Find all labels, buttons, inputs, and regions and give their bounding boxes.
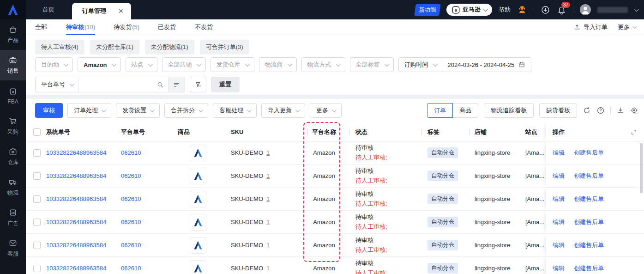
support-headset-icon[interactable] — [517, 5, 527, 15]
product-image[interactable] — [190, 214, 206, 231]
filter-store[interactable]: 全部店铺 — [162, 57, 206, 72]
sku-count-link[interactable]: 1 — [266, 242, 270, 249]
product-image[interactable] — [190, 260, 206, 274]
app-logo[interactable] — [0, 0, 26, 19]
order-process-dropdown[interactable]: 订单处理 — [67, 103, 111, 118]
column-settings-icon[interactable] — [630, 106, 638, 115]
shipping-settings-dropdown[interactable]: 发货设置 — [116, 103, 160, 118]
list-lines-icon[interactable] — [168, 77, 185, 92]
chip-pending-manual-audit[interactable]: 待人工审核(4) — [35, 40, 84, 55]
status-tab-all[interactable]: 全部 — [35, 19, 48, 35]
more-dropdown[interactable]: 更多 — [310, 103, 342, 118]
filter-carrier[interactable]: 物流商 — [259, 57, 297, 72]
platform-order-link[interactable]: 062610 — [121, 149, 141, 156]
sidebar-item-products[interactable]: 产品 — [0, 19, 26, 50]
time-field-select[interactable]: 订购时间 — [399, 58, 442, 72]
sidebar-item-sales[interactable]: SEL 销售 — [0, 50, 26, 80]
question-icon[interactable] — [596, 106, 605, 115]
sidebar-item-logistics[interactable]: 物流 — [0, 172, 26, 202]
sidebar-item-purchasing[interactable]: 采购 — [0, 111, 26, 141]
col-sku[interactable]: SKU — [228, 123, 306, 141]
chevron-down-icon[interactable] — [634, 7, 639, 12]
filter-site[interactable]: 站点 — [126, 57, 157, 72]
avatar[interactable] — [580, 4, 591, 15]
system-order-link[interactable]: 103328226488963584 — [46, 195, 106, 202]
search-input[interactable] — [79, 77, 153, 92]
system-order-link[interactable]: 103328226488963584 — [46, 265, 106, 272]
expand-icon[interactable] — [630, 128, 638, 136]
row-checkbox[interactable] — [33, 265, 41, 272]
chip-unassigned-logistics[interactable]: 未分配物流(1) — [145, 40, 194, 55]
sidebar-item-fba[interactable]: a FBA — [0, 80, 26, 111]
tab-order-management[interactable]: 订单管理 ✕ — [72, 3, 131, 19]
sidebar-item-advertising[interactable]: AD 广告 — [0, 202, 26, 233]
create-aftersale-link[interactable]: 创建售后单 — [574, 172, 604, 180]
filter-shipping-method[interactable]: 物流方式 — [301, 57, 345, 72]
new-feature-badge[interactable]: 新功能 — [414, 4, 441, 16]
status-tab-pending-audit[interactable]: 待审核(10) — [66, 19, 95, 35]
edit-link[interactable]: 编辑 — [553, 195, 565, 203]
refresh-icon[interactable] — [583, 106, 591, 115]
stockout-board-button[interactable]: 缺货看板 — [539, 103, 577, 118]
col-tag[interactable]: 标签 — [416, 123, 464, 141]
date-range-picker[interactable]: 2024-03-26 - 2024-04-25 — [442, 61, 531, 68]
platform-order-link[interactable]: 062610 — [121, 195, 141, 202]
row-checkbox[interactable] — [33, 242, 41, 249]
create-aftersale-link[interactable]: 创建售后单 — [574, 149, 604, 157]
platform-order-link[interactable]: 062610 — [121, 172, 141, 179]
platform-selector[interactable]: a 亚马逊 — [446, 4, 492, 16]
create-aftersale-link[interactable]: 创建售后单 — [574, 218, 604, 226]
platform-order-link[interactable]: 062610 — [121, 242, 141, 249]
sku-count-link[interactable]: 1 — [266, 149, 270, 156]
col-store[interactable]: 店铺 — [464, 123, 517, 141]
status-tab-no-ship[interactable]: 不发货 — [195, 19, 213, 35]
import-update-dropdown[interactable]: 导入更新 — [261, 103, 305, 118]
search-icon[interactable] — [153, 77, 168, 92]
col-system-order-no[interactable]: 系统单号 — [44, 123, 119, 141]
col-site[interactable]: 站点 — [517, 123, 546, 141]
filter-destination[interactable]: 目的地 — [35, 57, 73, 72]
advanced-filter-button[interactable] — [190, 77, 206, 92]
status-tab-shipped[interactable]: 已发货 — [158, 19, 176, 35]
import-orders-button[interactable]: 导入订单 — [573, 23, 608, 31]
sku-count-link[interactable]: 1 — [266, 172, 270, 179]
system-order-link[interactable]: 103328226488963584 — [46, 219, 106, 225]
col-platform-order-no[interactable]: 平台单号 — [119, 123, 176, 141]
create-aftersale-link[interactable]: 创建售后单 — [574, 241, 604, 250]
customer-service-dropdown[interactable]: 客服处理 — [213, 103, 257, 118]
vertical-scrollbar[interactable] — [640, 143, 643, 193]
product-image[interactable] — [190, 145, 206, 161]
row-checkbox[interactable] — [33, 172, 41, 180]
row-checkbox[interactable] — [33, 195, 41, 203]
filter-tags[interactable]: 全部标签 — [350, 57, 394, 72]
system-order-link[interactable]: 103328226488963584 — [46, 242, 106, 249]
row-checkbox[interactable] — [33, 219, 41, 226]
logistics-tracking-board-button[interactable]: 物流追踪看板 — [484, 103, 534, 118]
help-link[interactable]: 帮助 — [499, 6, 511, 14]
system-order-link[interactable]: 103328226488963584 — [46, 149, 106, 156]
sidebar-item-customer-service[interactable]: 客服 — [0, 233, 26, 263]
audit-button[interactable]: 审核 — [35, 103, 63, 118]
status-tab-to-ship[interactable]: 待发货(5) — [114, 19, 139, 35]
system-order-link[interactable]: 103328226488963584 — [46, 172, 106, 179]
select-all-checkbox[interactable] — [33, 128, 41, 136]
search-field-select[interactable]: 平台单号 — [36, 77, 79, 92]
more-button-top[interactable]: 更多 — [618, 23, 636, 31]
create-aftersale-link[interactable]: 创建售后单 — [574, 264, 604, 273]
sidebar-item-warehouse[interactable]: 仓库 — [0, 141, 26, 172]
merge-split-dropdown[interactable]: 合并拆分 — [164, 103, 208, 118]
view-toggle-products[interactable]: 商品 — [452, 103, 478, 118]
edit-link[interactable]: 编辑 — [553, 172, 565, 180]
sku-count-link[interactable]: 1 — [266, 219, 270, 225]
view-toggle-orders[interactable]: 订单 — [427, 103, 453, 118]
product-image[interactable] — [190, 168, 206, 184]
close-icon[interactable]: ✕ — [118, 7, 124, 15]
col-product[interactable]: 商品 — [176, 123, 228, 141]
reset-button[interactable]: 重置 — [211, 77, 240, 92]
sku-count-link[interactable]: 1 — [266, 265, 270, 272]
download-icon[interactable] — [616, 106, 625, 115]
chip-unassigned-warehouse[interactable]: 未分配仓库(1) — [90, 40, 139, 55]
row-checkbox[interactable] — [33, 149, 41, 157]
filter-warehouse[interactable]: 发货仓库 — [211, 57, 254, 72]
sku-count-link[interactable]: 1 — [266, 195, 270, 202]
